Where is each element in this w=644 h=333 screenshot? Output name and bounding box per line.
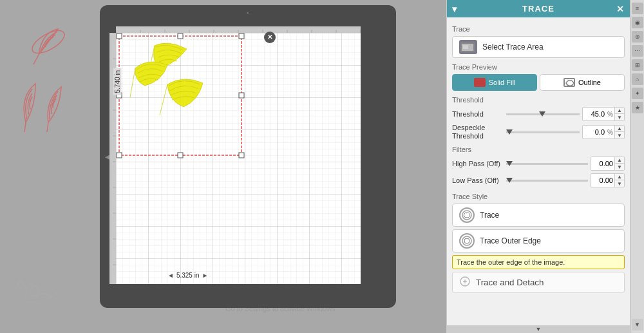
threshold-label: Threshold [452, 110, 504, 118]
outline-icon [564, 78, 575, 87]
trace-outer-edge-button[interactable]: Trace Outer Edge [452, 229, 625, 252]
main-canvas-area: Activate Windows Go to Settings to activ… [0, 0, 446, 333]
toolbar-icon-7[interactable]: ✦ [632, 88, 643, 99]
tooltip-box: Trace the outer edge of the image. [452, 255, 625, 269]
trace-and-detach-button[interactable]: Trace and Detach [452, 272, 625, 293]
svg-rect-45 [463, 45, 468, 49]
ruler-top [116, 26, 361, 33]
panel-close-btn[interactable]: ✕ [616, 4, 625, 14]
despeckle-value-box: % ▲ ▼ [582, 125, 625, 139]
svg-rect-32 [117, 33, 122, 39]
threshold-slider-container [506, 109, 580, 119]
low-pass-decrement-btn[interactable]: ▼ [615, 180, 624, 187]
despeckle-value-input[interactable] [583, 128, 606, 137]
panel-scroll-down[interactable]: ▼ [447, 325, 630, 333]
threshold-slider-thumb[interactable] [539, 111, 545, 117]
trace-and-detach-icon [459, 276, 471, 289]
toolbar-icon-2[interactable]: ◉ [632, 17, 643, 28]
filters-label: Filters [452, 146, 625, 153]
low-pass-label: Low Pass (Off) [452, 176, 504, 184]
signature [13, 271, 71, 314]
despeckle-increment-btn[interactable]: ▲ [615, 126, 624, 132]
trace-outer-edge-icon [459, 233, 475, 249]
despeckle-unit: % [606, 129, 614, 136]
trace-outer-edge-label: Trace Outer Edge [480, 236, 541, 245]
despeckle-label: DespeckleThreshold [452, 124, 504, 140]
svg-line-1 [33, 55, 39, 64]
tooltip-text: Trace the outer edge of the image. [457, 258, 565, 266]
select-trace-area-label: Select Trace Area [482, 43, 544, 52]
low-pass-spinner: ▲ ▼ [614, 174, 624, 187]
threshold-slider-track[interactable] [506, 113, 580, 115]
toolbar-icon-down[interactable]: ▼ [632, 319, 643, 330]
panel-title: TRACE [522, 4, 554, 14]
toolbar-icon-6[interactable]: ⌂ [632, 73, 643, 85]
mat-inner: 5.740 in ◄ 5.325 in ► ✕ [109, 14, 386, 300]
right-icon-toolbar: ≡ ◉ ⊕ ⋯ ⊞ ⌂ ✦ ★ ▼ [630, 0, 644, 333]
svg-point-48 [464, 238, 469, 243]
height-measurement: 5.740 in [113, 68, 122, 95]
low-pass-value-box: ▲ ▼ [591, 173, 625, 187]
trace-and-detach-label: Trace and Detach [476, 278, 544, 287]
outline-button[interactable]: Outline [540, 74, 625, 91]
low-pass-increment-btn[interactable]: ▲ [615, 174, 624, 180]
high-pass-label: High Pass (Off) [452, 160, 504, 167]
despeckle-spinner: ▲ ▼ [614, 126, 624, 138]
solid-fill-button[interactable]: Solid Fill [452, 74, 537, 91]
svg-rect-39 [239, 153, 244, 158]
svg-rect-36 [239, 93, 244, 98]
threshold-value-input[interactable] [583, 109, 606, 119]
high-pass-slider-track[interactable] [506, 163, 588, 165]
svg-rect-37 [117, 153, 122, 158]
toolbar-icon-8[interactable]: ★ [632, 102, 643, 113]
trace-button[interactable]: Trace [452, 204, 625, 227]
toolbar-icon-1[interactable]: ≡ [632, 3, 643, 14]
despeckle-slider-container [506, 128, 580, 137]
svg-point-47 [462, 236, 471, 245]
select-trace-area-button[interactable]: Select Trace Area [452, 36, 625, 58]
toolbar-icon-5[interactable]: ⊞ [632, 59, 643, 71]
despeckle-slider-track[interactable] [506, 131, 580, 133]
low-pass-slider-container [506, 176, 588, 185]
low-pass-slider-track[interactable] [506, 180, 588, 182]
trace-style-label: Trace Style [452, 193, 625, 200]
low-pass-slider-thumb[interactable] [506, 178, 513, 183]
high-pass-decrement-btn[interactable]: ▼ [615, 164, 624, 170]
threshold-spinner: ▲ ▼ [614, 108, 624, 120]
threshold-section-label: Threshold [452, 96, 625, 104]
high-pass-spinner: ▲ ▼ [614, 157, 624, 170]
svg-rect-34 [239, 33, 244, 39]
low-pass-value-input[interactable] [591, 176, 614, 185]
width-measurement: 5.325 in [176, 272, 200, 279]
panel-header: ▾ TRACE ✕ [447, 0, 630, 17]
trace-button-icon [459, 207, 475, 223]
svg-rect-33 [178, 33, 183, 39]
filters-section: High Pass (Off) ▲ ▼ Low Pass (Off) [452, 157, 625, 187]
despeckle-decrement-btn[interactable]: ▼ [615, 132, 624, 138]
close-selection-button[interactable]: ✕ [264, 32, 276, 43]
outline-label: Outline [578, 79, 601, 86]
toolbar-icon-4[interactable]: ⋯ [632, 45, 643, 57]
panel-minimize-btn[interactable]: ▾ [452, 4, 457, 14]
svg-point-4 [48, 289, 55, 297]
solid-fill-label: Solid Fill [489, 79, 516, 86]
high-pass-slider-container [506, 159, 588, 168]
threshold-section: Threshold % ▲ ▼ DespeckleThreshol [452, 107, 625, 140]
cutting-mat: ▲ ◄ [100, 5, 396, 308]
threshold-increment-btn[interactable]: ▲ [615, 108, 624, 114]
despeckle-slider-thumb[interactable] [506, 129, 513, 135]
toolbar-icon-3[interactable]: ⊕ [632, 31, 643, 43]
trace-button-label: Trace [480, 211, 499, 220]
despeckle-row: DespeckleThreshold % ▲ ▼ [452, 124, 625, 140]
low-pass-row: Low Pass (Off) ▲ ▼ [452, 173, 625, 187]
threshold-decrement-btn[interactable]: ▼ [615, 114, 624, 120]
high-pass-slider-thumb[interactable] [506, 161, 513, 166]
trace-section-label: Trace [452, 25, 625, 33]
high-pass-value-input[interactable] [591, 159, 614, 168]
threshold-row: Threshold % ▲ ▼ [452, 107, 625, 121]
panel-content: Trace Select Trace Area Trace Preview [447, 17, 630, 325]
high-pass-value-box: ▲ ▼ [591, 157, 625, 171]
trace-panel: ▾ TRACE ✕ Trace Select Trace Area Trace … [446, 0, 630, 333]
trace-preview-buttons: Solid Fill Outline [452, 74, 625, 91]
high-pass-increment-btn[interactable]: ▲ [615, 157, 624, 164]
